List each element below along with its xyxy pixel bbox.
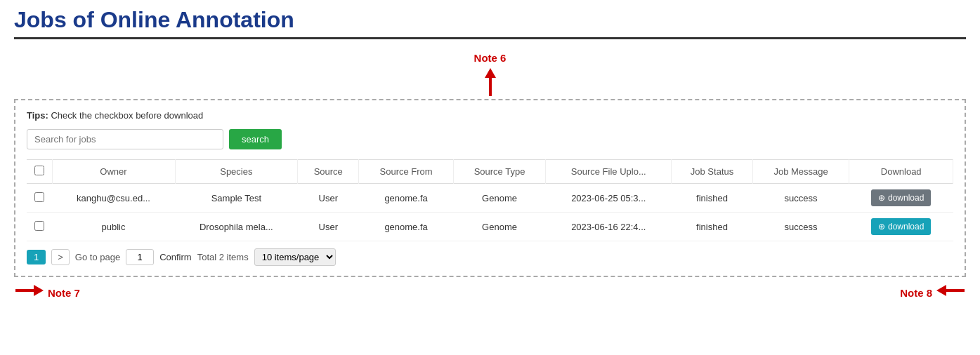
row2-job-message: success — [752, 213, 849, 241]
row2-job-status: finished — [672, 213, 752, 241]
page-1-button[interactable]: 1 — [27, 250, 46, 264]
svg-rect-2 — [15, 289, 34, 292]
table-row: public Drosophila mela... User genome.fa… — [27, 213, 953, 241]
note7-area: Note 7 — [14, 281, 80, 299]
row2-download-button[interactable]: ⊕ download — [871, 218, 931, 235]
jobs-table: Owner Species Source Source From Source … — [27, 159, 953, 241]
note6-arrow — [482, 67, 499, 98]
table-header: Owner Species Source Source From Source … — [27, 160, 953, 184]
row1-job-message: success — [752, 184, 849, 213]
row1-job-status: finished — [672, 184, 752, 213]
col-download: Download — [849, 160, 953, 184]
row1-source-file: 2023-06-25 05:3... — [546, 184, 672, 213]
row1-download-label: download — [888, 193, 924, 203]
row1-checkbox-cell — [27, 184, 52, 213]
items-per-page-select[interactable]: 10 items/page 20 items/page 50 items/pag… — [254, 248, 336, 266]
row2-source-from: genome.fa — [359, 213, 454, 241]
search-input[interactable] — [27, 129, 223, 149]
col-owner: Owner — [52, 160, 175, 184]
page-next-button[interactable]: > — [51, 249, 70, 265]
row2-download-label: download — [888, 222, 924, 232]
goto-input[interactable] — [126, 249, 154, 265]
col-species: Species — [175, 160, 298, 184]
row1-checkbox[interactable] — [34, 192, 44, 202]
row2-source-type: Genome — [453, 213, 545, 241]
row2-checkbox-cell — [27, 213, 52, 241]
note8-area: Note 8 — [900, 281, 966, 299]
tips-label: Tips: — [27, 110, 48, 121]
row2-source: User — [298, 213, 359, 241]
col-source-type: Source Type — [453, 160, 545, 184]
notes-bottom-row: Note 7 Note 8 — [14, 281, 966, 299]
col-checkbox — [27, 160, 52, 184]
col-source: Source — [298, 160, 359, 184]
row2-checkbox[interactable] — [34, 221, 44, 231]
svg-marker-5 — [936, 285, 946, 296]
row1-source-type: Genome — [453, 184, 545, 213]
title-divider — [14, 37, 966, 39]
tips-row: Tips: Check the checkbox before download — [27, 110, 953, 121]
page-title: Jobs of Online Annotation — [14, 7, 966, 33]
note8-label: Note 8 — [900, 287, 932, 299]
svg-rect-1 — [489, 78, 492, 96]
note8-arrow — [935, 282, 966, 299]
svg-marker-3 — [34, 285, 44, 296]
note7-label: Note 7 — [48, 287, 80, 299]
search-row: search — [27, 129, 953, 149]
total-items-label: Total 2 items — [197, 252, 249, 262]
col-job-status: Job Status — [672, 160, 752, 184]
row2-download-cell: ⊕ download — [849, 213, 953, 241]
table-row: kanghu@csu.ed... Sample Test User genome… — [27, 184, 953, 213]
select-all-checkbox[interactable] — [34, 166, 44, 175]
row2-download-icon: ⊕ — [878, 222, 885, 232]
pagination-row: 1 > Go to page Confirm Total 2 items 10 … — [27, 248, 953, 266]
row1-source: User — [298, 184, 359, 213]
confirm-button[interactable]: Confirm — [159, 252, 192, 262]
row2-owner: public — [52, 213, 175, 241]
col-source-file: Source File Uplo... — [546, 160, 672, 184]
row1-download-icon: ⊕ — [878, 193, 885, 203]
main-content-box: Tips: Check the checkbox before download… — [14, 99, 966, 277]
col-source-from: Source From — [359, 160, 454, 184]
tips-text: Check the checkbox before download — [51, 110, 203, 121]
search-button[interactable]: search — [229, 129, 282, 149]
note6-annotation: Note 6 — [14, 46, 966, 98]
row2-species: Drosophila mela... — [175, 213, 298, 241]
note7-arrow — [14, 282, 45, 299]
row2-source-file: 2023-06-16 22:4... — [546, 213, 672, 241]
svg-marker-0 — [485, 68, 496, 78]
row1-download-cell: ⊕ download — [849, 184, 953, 213]
table-body: kanghu@csu.ed... Sample Test User genome… — [27, 184, 953, 241]
col-job-message: Job Message — [752, 160, 849, 184]
row1-species: Sample Test — [175, 184, 298, 213]
row1-download-button[interactable]: ⊕ download — [871, 189, 931, 206]
goto-label: Go to page — [75, 252, 120, 262]
svg-rect-4 — [946, 289, 965, 292]
row1-owner: kanghu@csu.ed... — [52, 184, 175, 213]
row1-source-from: genome.fa — [359, 184, 454, 213]
note6-label: Note 6 — [474, 52, 507, 64]
